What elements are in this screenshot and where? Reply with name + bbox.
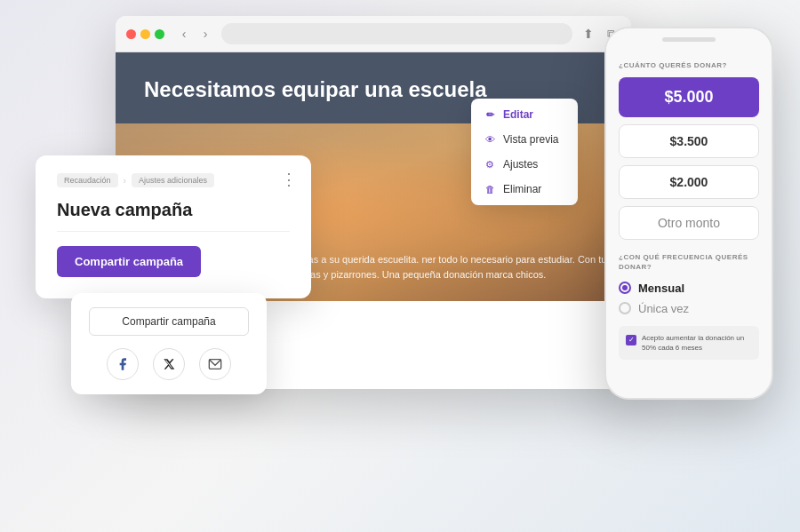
nueva-campana-title: Nueva campaña — [57, 200, 290, 220]
radio-unica-vez-label: Única vez — [638, 302, 689, 315]
donation-amount-3500[interactable]: $3.500 — [619, 124, 759, 158]
frequency-label: ¿CON QUÉ FRECUENCIA QUERÉS DONAR? — [619, 252, 759, 272]
maximize-dot[interactable] — [155, 29, 164, 39]
context-menu-item-ajustes[interactable]: ⚙ Ajustes — [471, 152, 578, 177]
share-campaign-button[interactable]: Compartir campaña — [57, 246, 201, 277]
frequency-section: ¿CON QUÉ FRECUENCIA QUERÉS DONAR? Mensua… — [619, 252, 759, 360]
radio-unica-vez-dot — [619, 302, 631, 314]
breadcrumb: Recaudación › Ajustes adicionales — [57, 173, 290, 187]
social-icons-row — [89, 348, 249, 380]
breadcrumb-separator: › — [124, 176, 126, 186]
email-icon[interactable] — [199, 348, 231, 380]
radio-unica-vez[interactable]: Única vez — [619, 302, 759, 315]
card-divider — [57, 231, 290, 232]
minimize-dot[interactable] — [140, 29, 150, 39]
checkbox-check: ✓ — [628, 336, 635, 344]
eye-icon: 👁 — [484, 133, 496, 146]
browser-nav: ‹ › — [175, 25, 214, 43]
url-bar[interactable] — [221, 23, 572, 44]
share-social-card: Compartir campaña — [71, 293, 267, 394]
radio-mensual-dot — [619, 282, 631, 294]
radio-mensual-label: Mensual — [638, 282, 684, 295]
share-button[interactable]: ⬆ — [580, 25, 597, 43]
context-menu-label-preview: Vista previa — [503, 133, 558, 146]
donation-amount-2000[interactable]: $2.000 — [619, 165, 759, 199]
twitter-x-icon[interactable] — [153, 348, 185, 380]
phone-content: ¿CUÁNTO QUERÉS DONAR? $5.000 $3.500 $2.0… — [606, 50, 772, 398]
edit-icon: ✏ — [484, 108, 496, 121]
radio-mensual[interactable]: Mensual — [619, 282, 759, 295]
trash-icon: 🗑 — [484, 183, 496, 195]
forward-button[interactable]: › — [196, 25, 214, 43]
context-menu: ✏ Editar 👁 Vista previa ⚙ Ajustes 🗑 Elim… — [471, 99, 578, 205]
back-button[interactable]: ‹ — [175, 25, 193, 43]
phone-mockup: ¿CUÁNTO QUERÉS DONAR? $5.000 $3.500 $2.0… — [604, 27, 773, 400]
phone-notch — [606, 28, 772, 50]
breadcrumb-ajustes: Ajustes adicionales — [132, 173, 214, 187]
context-menu-item-preview[interactable]: 👁 Vista previa — [471, 127, 578, 152]
donation-amount-5000[interactable]: $5.000 — [619, 77, 759, 117]
checkbox-row[interactable]: ✓ Acepto aumentar la donación un 50% cad… — [619, 326, 759, 360]
settings-icon: ⚙ — [484, 158, 496, 171]
context-menu-label-editar: Editar — [503, 108, 533, 121]
context-menu-label-eliminar: Eliminar — [503, 183, 541, 195]
browser-traffic-lights — [126, 29, 164, 39]
facebook-icon[interactable] — [107, 348, 139, 380]
donation-amount-otro[interactable]: Otro monto — [619, 206, 759, 240]
donation-amount-label: ¿CUÁNTO QUERÉS DONAR? — [619, 60, 759, 70]
checkbox-text: Acepto aumentar la donación un 50% cada … — [642, 333, 752, 353]
breadcrumb-recaudacion: Recaudación — [57, 173, 118, 187]
browser-toolbar: ‹ › ⬆ ⧉ — [116, 16, 631, 52]
context-menu-item-eliminar[interactable]: 🗑 Eliminar — [471, 177, 578, 202]
context-menu-label-ajustes: Ajustes — [503, 158, 538, 171]
share-social-button[interactable]: Compartir campaña — [89, 307, 249, 336]
context-menu-item-editar[interactable]: ✏ Editar — [471, 102, 578, 127]
notch-bar — [662, 37, 716, 42]
close-dot[interactable] — [126, 29, 136, 39]
nueva-campana-card: Recaudación › Ajustes adicionales Nueva … — [36, 155, 311, 298]
card-menu-dots[interactable]: ⋮ — [281, 170, 297, 189]
checkbox-box: ✓ — [626, 335, 636, 345]
